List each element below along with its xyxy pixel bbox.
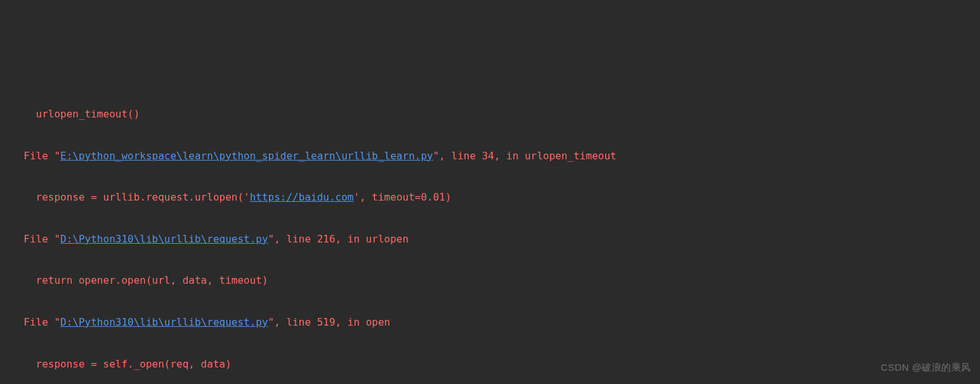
file-path-link[interactable]: D:\Python310\lib\urllib\request.py: [60, 233, 268, 245]
csdn-watermark: CSDN @破浪的乘风: [881, 358, 971, 378]
code-text: ', timeout=0.01): [353, 191, 451, 203]
trace-code-line: response = urllib.request.urlopen('https…: [11, 187, 980, 208]
trace-file-line: File "D:\Python310\lib\urllib\request.py…: [11, 312, 980, 333]
file-prefix: File ": [11, 316, 60, 328]
file-suffix: ", line 216, in urlopen: [268, 233, 409, 245]
code-text: response = urllib.request.urlopen(': [11, 191, 250, 203]
trace-code-line: urlopen_timeout(): [11, 104, 980, 125]
file-suffix: ", line 34, in urlopen_timeout: [433, 150, 617, 162]
trace-code-line: return opener.open(url, data, timeout): [11, 270, 980, 291]
file-prefix: File ": [11, 150, 60, 162]
url-link[interactable]: https://baidu.com: [250, 191, 354, 203]
trace-file-line: File "D:\Python310\lib\urllib\request.py…: [11, 229, 980, 250]
file-path-link[interactable]: E:\python_workspace\learn\python_spider_…: [60, 150, 433, 162]
file-path-link[interactable]: D:\Python310\lib\urllib\request.py: [60, 316, 268, 328]
file-prefix: File ": [11, 233, 60, 245]
file-suffix: ", line 519, in open: [268, 316, 391, 328]
console-output[interactable]: urlopen_timeout() File "E:\python_worksp…: [0, 83, 980, 384]
trace-code-line: response = self._open(req, data): [11, 354, 980, 375]
trace-file-line: File "E:\python_workspace\learn\python_s…: [11, 146, 980, 167]
